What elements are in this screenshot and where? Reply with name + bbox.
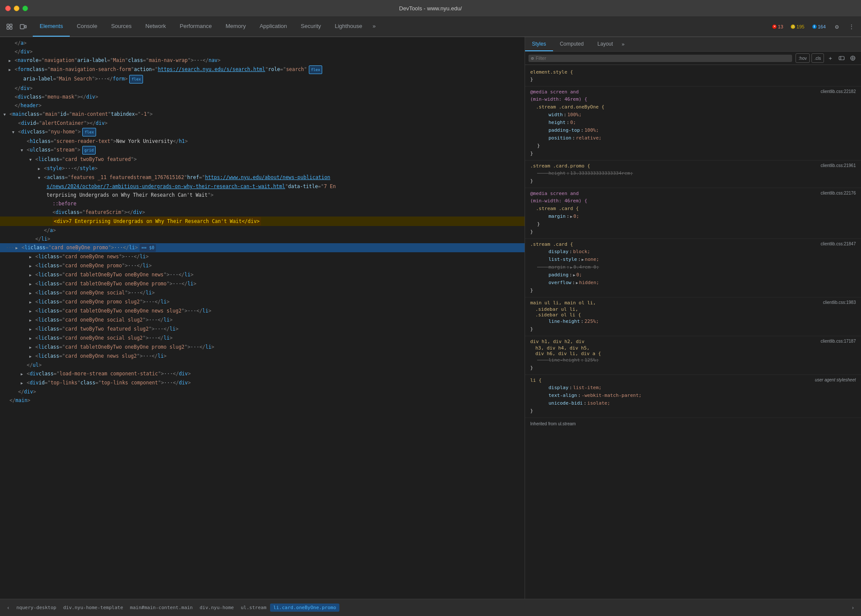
rule-source[interactable]: clientlib.css:21961 bbox=[821, 163, 856, 168]
tab-lighthouse[interactable]: Lighthouse bbox=[328, 16, 369, 37]
expand-icon[interactable] bbox=[29, 253, 35, 261]
dom-line[interactable]: </ul> bbox=[0, 361, 525, 369]
rule-selector[interactable]: element.style { bbox=[530, 69, 856, 75]
tab-network[interactable]: Network bbox=[139, 16, 173, 37]
dom-line[interactable]: </li> bbox=[0, 235, 525, 243]
color-format-icon[interactable] bbox=[848, 53, 858, 63]
dom-line[interactable]: </header> bbox=[0, 101, 525, 110]
hov-button[interactable]: :hov bbox=[796, 53, 810, 63]
rule-source[interactable]: clientlib.css:22176 bbox=[821, 191, 856, 195]
close-window-button[interactable] bbox=[5, 6, 11, 11]
dom-line[interactable]: </div> bbox=[0, 84, 525, 93]
dom-line[interactable]: </a> bbox=[0, 226, 525, 235]
breadcrumb-right-icon[interactable]: › bbox=[848, 603, 858, 613]
subtab-layout[interactable]: Layout bbox=[591, 37, 620, 51]
rule-selector[interactable]: clientlib.css:22176 @media screen and bbox=[530, 191, 856, 196]
dom-line[interactable]: </main> bbox=[0, 396, 525, 405]
expand-icon[interactable] bbox=[38, 165, 44, 173]
dom-line[interactable]: <main class="main" id="main-content" tab… bbox=[0, 110, 525, 119]
dom-line[interactable]: <li class="card twoByTwo featured slug2"… bbox=[0, 325, 525, 334]
expand-icon[interactable] bbox=[9, 66, 15, 74]
device-toolbar-icon[interactable] bbox=[17, 21, 29, 33]
expand-icon[interactable] bbox=[29, 334, 35, 342]
expand-icon[interactable] bbox=[29, 316, 35, 324]
expand-icon[interactable] bbox=[29, 289, 35, 297]
rule-source[interactable]: clientlib.css:22182 bbox=[821, 89, 856, 94]
dom-line[interactable]: <ul class="stream"> grid bbox=[0, 145, 525, 155]
dom-line[interactable]: <style> ··· </style> bbox=[0, 164, 525, 173]
more-options-icon[interactable]: ⋮ bbox=[845, 21, 858, 33]
tab-sources[interactable]: Sources bbox=[104, 16, 139, 37]
dom-line[interactable]: <li class="card tabletOneByTwo oneByOne … bbox=[0, 343, 525, 352]
dom-line[interactable]: <li class="card tabletOneByTwo oneByOne … bbox=[0, 279, 525, 288]
expand-icon[interactable] bbox=[12, 128, 18, 136]
dom-line[interactable]: <div class="featureScrim"></div> bbox=[0, 208, 525, 217]
breadcrumb-left-icon[interactable]: ‹ bbox=[3, 603, 13, 613]
dom-line[interactable]: <li class="card oneByOne news"> ··· </li… bbox=[0, 252, 525, 261]
dom-line-continuation[interactable]: terprising Undergrads on Why Their Resea… bbox=[0, 191, 525, 199]
dom-line[interactable]: </div> bbox=[0, 387, 525, 396]
dom-line[interactable]: <nav role="navigation" aria-label="Main"… bbox=[0, 56, 525, 65]
expand-icon[interactable] bbox=[21, 146, 27, 154]
subtab-styles[interactable]: Styles bbox=[525, 37, 553, 51]
settings-icon[interactable]: ⚙ bbox=[831, 21, 843, 33]
breadcrumb-main[interactable]: main#main-content.main bbox=[127, 604, 196, 612]
dom-line[interactable]: <a class="features _11 featuredstream_17… bbox=[0, 173, 525, 182]
flex-badge[interactable]: flex bbox=[82, 128, 96, 136]
cls-button[interactable]: .cls bbox=[811, 53, 824, 63]
flex-badge[interactable]: flex bbox=[309, 65, 323, 74]
expand-icon[interactable] bbox=[21, 370, 27, 378]
breadcrumb-nquery[interactable]: nquery-desktop bbox=[13, 604, 60, 612]
dom-line[interactable]: <li class="card oneByOne news slug2"> ··… bbox=[0, 352, 525, 361]
filter-input[interactable] bbox=[536, 56, 790, 61]
dom-line[interactable]: <li class="card oneByOne promo"> ··· </l… bbox=[0, 261, 525, 270]
dom-line[interactable]: </div> bbox=[0, 47, 525, 56]
add-style-rule-icon[interactable]: + bbox=[826, 53, 835, 63]
rule-selector[interactable]: clientlib.css:22182 @media screen and bbox=[530, 89, 856, 95]
breadcrumb-li-active[interactable]: li.card.oneByOne.promo bbox=[270, 604, 340, 612]
subtab-more[interactable]: » bbox=[622, 37, 625, 51]
expand-icon[interactable] bbox=[29, 156, 35, 164]
dom-line[interactable]: <div class="menu-mask"></div> bbox=[0, 93, 525, 101]
rule-selector[interactable]: clientlib.css:21961 .stream .card.promo … bbox=[530, 163, 856, 169]
dom-line[interactable]: <h1 class="screen-reader-text"> New York… bbox=[0, 137, 525, 145]
dom-line[interactable]: <li class="card tabletOneByTwo oneByOne … bbox=[0, 270, 525, 279]
breadcrumb-div-template[interactable]: div.nyu-home-template bbox=[60, 604, 127, 612]
expand-icon[interactable] bbox=[29, 344, 35, 351]
expand-icon[interactable] bbox=[21, 379, 27, 387]
grid-badge[interactable]: grid bbox=[82, 146, 96, 155]
dom-line[interactable]: <li class="card oneByOne social slug2"> … bbox=[0, 316, 525, 325]
dom-line[interactable]: <li class="card oneByOne promo slug2"> ·… bbox=[0, 297, 525, 306]
rule-source[interactable]: clientlib.css:17187 bbox=[821, 339, 856, 344]
rule-selector[interactable]: clientlib.css:1983 main ul li, main ol l… bbox=[530, 300, 856, 306]
tab-more[interactable]: » bbox=[369, 16, 379, 37]
expand-icon[interactable] bbox=[29, 271, 35, 279]
expand-icon[interactable] bbox=[29, 307, 35, 315]
subtab-computed[interactable]: Computed bbox=[553, 37, 591, 51]
dom-line[interactable]: <li class="card oneByOne social"> ··· </… bbox=[0, 288, 525, 297]
rule-selector[interactable]: clientlib.css:17187 div h1, div h2, div bbox=[530, 339, 856, 344]
dom-line-highlighted[interactable]: <div>7 Enterprising Undergrads on Why Th… bbox=[0, 217, 525, 226]
expand-icon[interactable] bbox=[29, 298, 35, 306]
dom-line[interactable]: ::before bbox=[0, 199, 525, 208]
expand-icon[interactable] bbox=[29, 262, 35, 270]
expand-icon[interactable] bbox=[38, 174, 44, 182]
rule-selector[interactable]: clientlib.css:21847 .stream .card { bbox=[530, 241, 856, 247]
expand-icon[interactable] bbox=[29, 353, 35, 360]
expand-icon[interactable] bbox=[29, 325, 35, 333]
tab-security[interactable]: Security bbox=[294, 16, 328, 37]
dom-line[interactable]: <div id="alertContainer"></div> bbox=[0, 119, 525, 127]
tab-performance[interactable]: Performance bbox=[173, 16, 218, 37]
minimize-window-button[interactable] bbox=[14, 6, 19, 11]
dom-line[interactable]: <div class="load-more-stream component-s… bbox=[0, 369, 525, 378]
tab-application[interactable]: Application bbox=[253, 16, 294, 37]
breadcrumb-ul-stream[interactable]: ul.stream bbox=[237, 604, 270, 612]
expand-icon[interactable] bbox=[16, 244, 22, 252]
tab-memory[interactable]: Memory bbox=[219, 16, 253, 37]
dom-line[interactable]: <li class="card twoByTwo featured"> bbox=[0, 155, 525, 164]
dom-line[interactable]: <form class="main-navigation-search-form… bbox=[0, 65, 525, 74]
dom-line[interactable]: </a> bbox=[0, 39, 525, 47]
toggle-element-state-icon[interactable] bbox=[837, 53, 846, 63]
rule-selector[interactable]: user agent stylesheet li { bbox=[530, 378, 856, 383]
dom-line[interactable]: <li class="card oneByOne social slug2"> … bbox=[0, 334, 525, 343]
